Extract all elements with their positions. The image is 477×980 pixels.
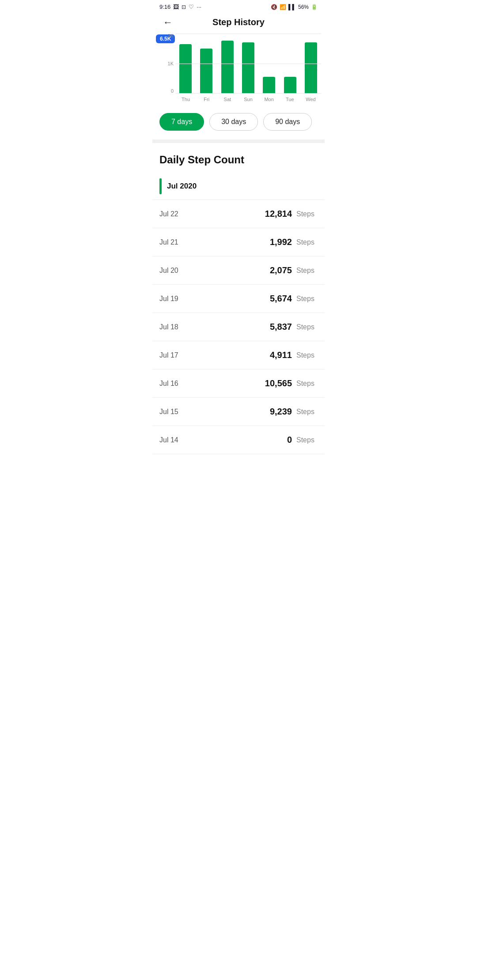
bar-wed <box>305 42 317 94</box>
step-count: 1,992 <box>252 237 292 247</box>
battery-text: 56% <box>298 4 309 10</box>
bar-mon <box>263 77 275 94</box>
bar-group-fri <box>196 34 216 94</box>
step-count: 12,814 <box>252 209 292 219</box>
step-row: Jul 18 5,837 Steps <box>152 313 325 341</box>
wifi-icon: 📶 <box>280 4 286 10</box>
step-unit: Steps <box>296 238 318 246</box>
step-date: Jul 17 <box>159 351 252 359</box>
bar-chart <box>175 34 321 94</box>
step-count: 10,565 <box>252 378 292 388</box>
x-label-thu: Thu <box>175 97 196 102</box>
bar-sat <box>221 41 234 94</box>
bar-group-mon <box>259 34 279 94</box>
x-label-sat: Sat <box>217 97 238 102</box>
bar-group-thu <box>175 34 195 94</box>
step-count: 0 <box>252 435 292 445</box>
step-date: Jul 16 <box>159 380 252 388</box>
signal-icon: ▌▌ <box>288 4 296 10</box>
bar-group-wed <box>301 34 321 94</box>
step-row: Jul 19 5,674 Steps <box>152 285 325 313</box>
step-date: Jul 18 <box>159 323 252 331</box>
step-date: Jul 22 <box>159 210 252 218</box>
chart-y-axis: 3K 1K 0 <box>156 34 174 94</box>
step-unit: Steps <box>296 210 318 218</box>
step-unit: Steps <box>296 436 318 444</box>
camera-icon: ⊡ <box>182 4 186 10</box>
bar-tue <box>284 77 296 94</box>
bar-sun <box>242 42 254 94</box>
mute-icon: 🔇 <box>271 4 277 10</box>
status-right: 🔇 📶 ▌▌ 56% 🔋 <box>271 4 318 10</box>
x-label-tue: Tue <box>280 97 300 102</box>
status-left: 9:16 🖼 ⊡ ♡ ··· <box>159 4 201 10</box>
step-date: Jul 20 <box>159 267 252 275</box>
period-7days-button[interactable]: 7 days <box>159 113 204 131</box>
step-count: 5,837 <box>252 322 292 332</box>
period-30days-button[interactable]: 30 days <box>209 113 258 131</box>
chart-container: 6.5K 3K 1K 0 <box>152 34 325 108</box>
more-icon: ··· <box>197 4 201 10</box>
step-unit: Steps <box>296 351 318 359</box>
x-label-mon: Mon <box>259 97 280 102</box>
period-buttons: 7 days 30 days 90 days <box>152 108 325 139</box>
battery-icon: 🔋 <box>311 4 318 10</box>
month-indicator <box>159 178 162 194</box>
step-date: Jul 21 <box>159 238 252 246</box>
bar-thu <box>179 44 192 94</box>
page-header: ← Step History <box>152 12 325 34</box>
step-row: Jul 20 2,075 Steps <box>152 256 325 285</box>
step-rows-container: Jul 22 12,814 Steps Jul 21 1,992 Steps J… <box>152 200 325 454</box>
step-row: Jul 22 12,814 Steps <box>152 200 325 228</box>
x-label-sun: Sun <box>238 97 258 102</box>
bar-group-sat <box>217 34 237 94</box>
back-button[interactable]: ← <box>159 15 176 30</box>
step-count: 5,674 <box>252 294 292 304</box>
step-date: Jul 15 <box>159 408 252 416</box>
status-time: 9:16 <box>159 4 170 10</box>
x-label-fri: Fri <box>196 97 217 102</box>
y-label-3k: 3K <box>168 34 174 38</box>
step-row: Jul 21 1,992 Steps <box>152 228 325 256</box>
step-row: Jul 16 10,565 Steps <box>152 369 325 398</box>
bar-group-tue <box>280 34 300 94</box>
step-row: Jul 15 9,239 Steps <box>152 398 325 426</box>
step-unit: Steps <box>296 267 318 275</box>
step-row: Jul 17 4,911 Steps <box>152 341 325 369</box>
step-date: Jul 14 <box>159 436 252 444</box>
step-unit: Steps <box>296 408 318 416</box>
step-count: 4,911 <box>252 350 292 360</box>
section-title: Daily Step Count <box>152 143 325 173</box>
x-axis-labels: Thu Fri Sat Sun Mon Tue Wed <box>175 94 321 104</box>
page-title: Step History <box>212 17 265 27</box>
month-label: Jul 2020 <box>167 182 197 191</box>
step-row: Jul 14 0 Steps <box>152 426 325 454</box>
section-divider <box>152 139 325 143</box>
month-header: Jul 2020 <box>152 173 325 200</box>
y-label-0: 0 <box>171 89 174 94</box>
step-count: 9,239 <box>252 407 292 417</box>
bar-group-sun <box>238 34 258 94</box>
status-bar: 9:16 🖼 ⊡ ♡ ··· 🔇 📶 ▌▌ 56% 🔋 <box>152 0 325 12</box>
step-unit: Steps <box>296 323 318 331</box>
step-unit: Steps <box>296 380 318 388</box>
period-90days-button[interactable]: 90 days <box>263 113 312 131</box>
bar-fri <box>200 49 212 94</box>
step-date: Jul 19 <box>159 295 252 303</box>
chart-plot-area <box>175 34 321 94</box>
y-label-1k: 1K <box>168 61 174 66</box>
photo-icon: 🖼 <box>173 4 179 10</box>
step-unit: Steps <box>296 295 318 303</box>
step-count: 2,075 <box>252 265 292 275</box>
x-label-wed: Wed <box>300 97 321 102</box>
daily-step-section: Daily Step Count Jul 2020 Jul 22 12,814 … <box>152 143 325 454</box>
heart-icon: ♡ <box>189 4 194 10</box>
